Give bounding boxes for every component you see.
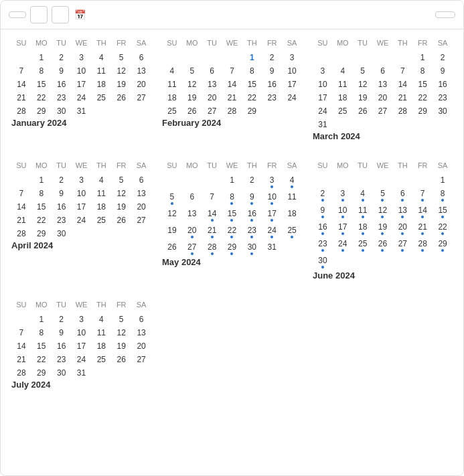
day-cell[interactable]: 15 <box>31 78 52 91</box>
day-cell[interactable]: 8 <box>31 326 52 339</box>
day-cell[interactable]: 2 <box>313 187 333 204</box>
day-cell[interactable]: 25 <box>162 104 182 118</box>
day-cell[interactable]: 25 <box>91 91 111 104</box>
day-cell[interactable]: 10 <box>333 204 353 220</box>
day-cell[interactable]: 12 <box>162 207 182 224</box>
day-cell[interactable]: 28 <box>392 104 412 118</box>
view-selector[interactable] <box>435 11 455 18</box>
day-cell[interactable]: 21 <box>392 91 412 104</box>
day-cell[interactable]: 10 <box>282 64 302 78</box>
day-cell[interactable]: 30 <box>433 104 453 118</box>
day-cell[interactable]: 6 <box>202 64 222 78</box>
day-cell[interactable]: 2 <box>52 173 72 187</box>
day-cell[interactable]: 9 <box>52 187 72 200</box>
day-cell[interactable]: 13 <box>131 326 151 339</box>
day-cell[interactable]: 25 <box>353 237 373 254</box>
day-cell[interactable]: 10 <box>313 78 333 91</box>
day-cell[interactable]: 10 <box>262 190 282 207</box>
day-cell[interactable]: 19 <box>182 91 202 104</box>
day-cell[interactable]: 1 <box>433 173 453 187</box>
day-cell[interactable]: 21 <box>11 91 31 104</box>
day-cell[interactable]: 16 <box>52 78 72 91</box>
day-cell[interactable]: 2 <box>262 51 282 64</box>
day-cell[interactable]: 15 <box>433 204 453 220</box>
day-cell[interactable]: 24 <box>333 237 353 254</box>
day-cell[interactable]: 29 <box>433 237 453 254</box>
day-cell[interactable]: 16 <box>52 200 72 214</box>
day-cell[interactable]: 25 <box>91 353 111 366</box>
day-cell[interactable]: 17 <box>262 207 282 224</box>
day-cell[interactable]: 3 <box>72 173 92 187</box>
day-cell[interactable]: 1 <box>242 51 262 64</box>
day-cell[interactable]: 9 <box>262 64 282 78</box>
day-cell[interactable]: 13 <box>182 207 202 224</box>
day-cell[interactable]: 31 <box>72 366 92 380</box>
day-cell[interactable]: 11 <box>91 187 111 200</box>
day-cell[interactable]: 18 <box>91 78 111 91</box>
day-cell[interactable]: 14 <box>11 339 31 353</box>
day-cell[interactable]: 4 <box>91 51 111 64</box>
day-cell[interactable]: 19 <box>111 339 131 353</box>
day-cell[interactable]: 23 <box>262 91 282 104</box>
day-cell[interactable]: 22 <box>222 224 242 240</box>
day-cell[interactable]: 16 <box>52 339 72 353</box>
day-cell[interactable]: 26 <box>111 214 131 227</box>
day-cell[interactable]: 5 <box>111 313 131 326</box>
day-cell[interactable]: 28 <box>202 240 222 257</box>
day-cell[interactable]: 27 <box>392 237 412 254</box>
day-cell[interactable]: 7 <box>11 187 31 200</box>
day-cell[interactable]: 10 <box>72 64 92 78</box>
day-cell[interactable]: 8 <box>31 64 52 78</box>
day-cell[interactable]: 11 <box>282 190 302 207</box>
prev-button[interactable] <box>30 6 48 23</box>
day-cell[interactable]: 6 <box>182 190 202 207</box>
day-cell[interactable]: 20 <box>373 91 393 104</box>
day-cell[interactable]: 6 <box>392 187 412 204</box>
day-cell[interactable]: 26 <box>182 104 202 118</box>
day-cell[interactable]: 3 <box>333 187 353 204</box>
day-cell[interactable]: 13 <box>131 187 151 200</box>
day-cell[interactable]: 17 <box>313 91 333 104</box>
day-cell[interactable]: 16 <box>262 78 282 91</box>
day-cell[interactable]: 9 <box>242 190 262 207</box>
day-cell[interactable]: 8 <box>31 187 52 200</box>
day-cell[interactable]: 7 <box>222 64 242 78</box>
day-cell[interactable]: 13 <box>392 204 412 220</box>
day-cell[interactable]: 25 <box>91 214 111 227</box>
day-cell[interactable]: 2 <box>52 51 72 64</box>
day-cell[interactable]: 21 <box>412 220 433 237</box>
day-cell[interactable]: 26 <box>353 104 373 118</box>
day-cell[interactable]: 11 <box>162 78 182 91</box>
day-cell[interactable]: 1 <box>31 313 52 326</box>
day-cell[interactable]: 30 <box>52 366 72 380</box>
day-cell[interactable]: 8 <box>222 190 242 207</box>
day-cell[interactable]: 18 <box>282 207 302 224</box>
day-cell[interactable]: 1 <box>31 51 52 64</box>
day-cell[interactable]: 13 <box>131 64 151 78</box>
day-cell[interactable]: 18 <box>333 91 353 104</box>
day-cell[interactable]: 19 <box>353 91 373 104</box>
day-cell[interactable]: 18 <box>91 339 111 353</box>
day-cell[interactable]: 13 <box>373 78 393 91</box>
day-cell[interactable]: 5 <box>373 187 393 204</box>
day-cell[interactable]: 19 <box>162 224 182 240</box>
day-cell[interactable]: 14 <box>11 200 31 214</box>
day-cell[interactable]: 3 <box>72 313 92 326</box>
day-cell[interactable]: 19 <box>373 220 393 237</box>
day-cell[interactable]: 6 <box>131 173 151 187</box>
day-cell[interactable]: 31 <box>313 118 333 131</box>
day-cell[interactable]: 1 <box>31 173 52 187</box>
day-cell[interactable]: 30 <box>52 227 72 240</box>
day-cell[interactable]: 27 <box>131 353 151 366</box>
day-cell[interactable]: 1 <box>412 51 433 64</box>
day-cell[interactable]: 14 <box>11 78 31 91</box>
day-cell[interactable]: 29 <box>31 227 52 240</box>
day-cell[interactable]: 5 <box>182 64 202 78</box>
day-cell[interactable]: 24 <box>282 91 302 104</box>
day-cell[interactable]: 31 <box>262 240 282 257</box>
day-cell[interactable]: 23 <box>242 224 262 240</box>
day-cell[interactable]: 29 <box>222 240 242 257</box>
day-cell[interactable]: 29 <box>242 104 262 118</box>
day-cell[interactable]: 15 <box>31 200 52 214</box>
day-cell[interactable]: 3 <box>313 64 333 78</box>
